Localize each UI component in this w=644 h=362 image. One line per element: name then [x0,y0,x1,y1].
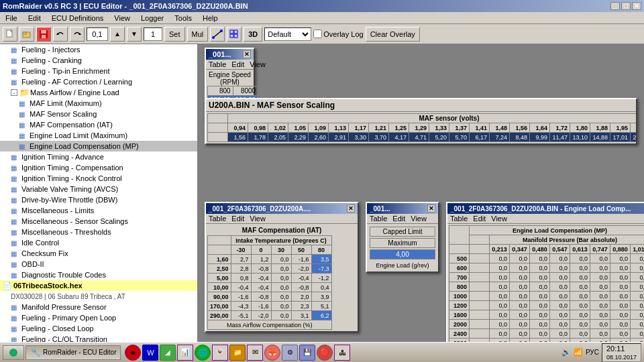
capped-title[interactable]: _001... ✕ [367,203,438,214]
display-dropdown[interactable]: Default [264,27,311,41]
menu-edit2[interactable]: Edit [231,215,244,223]
main-layout: ▦ Fueling - Injectors ▦ Fueling - Cranki… [0,44,644,351]
folder-expand-icon[interactable]: - [11,89,17,96]
network-icon[interactable]: 📶 [574,348,583,357]
sidebar-item-checksum[interactable]: ▦ Checksum Fix [0,248,197,259]
taskbar-icon-red[interactable]: ● [125,345,141,361]
undo-btn[interactable] [53,27,68,42]
engine-load-title[interactable]: _001_2F0A367306_D2ZU200A.BIN - Engine Lo… [447,203,644,214]
sidebar: ▦ Fueling - Injectors ▦ Fueling - Cranki… [0,44,198,351]
redo-btn[interactable] [70,27,85,42]
menu-table4[interactable]: Table [450,215,468,223]
sidebar-item-maf-comp-iat[interactable]: ▦ MAF Compensation (IAT) [0,119,197,130]
maximize-btn[interactable]: □ [621,2,631,10]
taskbar-icon-green2[interactable]: 🌐 [195,345,211,361]
taskbar-icon-misc2[interactable]: 💾 [299,345,315,361]
volume-icon[interactable]: 🔈 [561,348,571,357]
taskbar-icon-folder[interactable]: 📁 [229,345,246,361]
overlay-log-checkbox[interactable] [313,29,322,38]
menu-table3[interactable]: Table [370,215,387,223]
taskbar-ecuedit[interactable]: 🔧 RomRaider - ECU Editor [25,345,121,360]
maf-comp-title[interactable]: _001_2F0A367306_D2ZU200A.... ✕ [206,203,358,214]
open-btn[interactable] [19,27,34,42]
menu-view2[interactable]: View [250,215,266,223]
menu-tools[interactable]: Tools [172,13,195,23]
sidebar-item-af-correction[interactable]: ▦ Fueling - AF Correction / Learning [0,76,197,87]
close-btn[interactable]: ✕ [632,2,641,10]
maf-comp-close[interactable]: ✕ [347,204,355,213]
table-icon: ▦ [11,174,20,183]
maf-scaling-label: U200A.BIN - MAF Sensor Scaling [206,99,636,112]
maf-small-close[interactable]: ✕ [243,50,251,58]
menu-edit[interactable]: Edit [25,13,44,23]
sidebar-item-fueling-injectors[interactable]: ▦ Fueling - Injectors [0,44,197,55]
3d-btn[interactable]: 3D [244,27,262,42]
sidebar-item-ignition-comp[interactable]: ▦ Ignition Timing - Compensation [0,162,197,173]
menu-help[interactable]: Help [200,13,221,23]
arrow-down-btn[interactable]: ▼ [127,27,142,42]
sidebar-item-obd2[interactable]: ▦ OBD-II [0,259,197,269]
menu-view4[interactable]: View [491,215,507,223]
menu-ecu-definitions[interactable]: ECU Definitions [49,13,107,23]
interpolate-btn[interactable] [210,27,225,42]
menu-table[interactable]: Table [209,215,226,223]
sidebar-item-misc-thresh[interactable]: ▦ Miscellaneous - Thresholds [0,227,197,237]
menu-view[interactable]: View [250,60,266,68]
clear-overlay-btn[interactable]: Clear Overlay [366,27,420,42]
table-icon: ▦ [19,131,28,140]
taskbar-icon-ghost[interactable]: 👻 [212,345,228,361]
taskbar-icon-misc[interactable]: ⚙ [282,345,298,361]
menu-table[interactable]: Table [209,60,226,68]
taskbar-icon-chart[interactable]: 📊 [177,345,193,361]
table-icon: ▦ [19,141,28,151]
sidebar-item-ignition-advance[interactable]: ▦ Ignition Timing - Advance [0,152,197,162]
engine-load-label: Engine Load (g/rev) [370,262,435,269]
taskbar-icon-net[interactable]: 🖧 [334,345,350,361]
sidebar-item-maf-limit[interactable]: ▦ MAF Limit (Maximum) [0,98,197,109]
toolbar-input2[interactable]: 1 [144,27,162,41]
toolbar-input1[interactable]: 0,1 [87,27,108,41]
minimize-btn[interactable]: _ [610,2,620,10]
sidebar-item-fueling-cranking[interactable]: ▦ Fueling - Cranking [0,55,197,66]
sidebar-item-closed-loop[interactable]: ▦ Fueling - Closed Loop [0,323,197,334]
sidebar-item-tip-in[interactable]: ▦ Fueling - Tip-in Enrichment [0,66,197,76]
menu-view3[interactable]: View [411,215,427,223]
table-icon: ▦ [19,99,28,108]
table2d-btn[interactable] [227,27,241,42]
sidebar-item-misc-limits[interactable]: ▦ Miscellaneous - Limits [0,205,197,216]
save-btn[interactable] [36,27,51,42]
menu-file[interactable]: File [3,13,20,23]
sidebar-item-manifold[interactable]: ▦ Manifold Pressure Sensor [0,302,197,312]
new-btn[interactable] [3,27,17,42]
taskbar-icon-scan[interactable]: 🔴 [317,345,333,361]
table-icon: ▦ [11,270,20,280]
taskbar-icon-blue[interactable]: W [142,345,158,361]
sidebar-item-dbw[interactable]: ▦ Drive-by-Wire Throttle (DBW) [0,194,197,205]
sidebar-item-avcs[interactable]: ▦ Variable Valve Timing (AVCS) [0,184,197,194]
sidebar-file-tribeca[interactable]: 📄 06TribecaStock.hex [0,280,197,291]
taskbar-icon-mail[interactable]: ✉ [247,345,263,361]
mul-btn[interactable]: Mul [187,27,209,42]
menu-edit[interactable]: Edit [231,60,244,68]
sidebar-item-primary-ol[interactable]: ▦ Fueling - Primary Open Loop [0,312,197,323]
arrow-up-btn[interactable]: ▲ [110,27,125,42]
sidebar-item-knock[interactable]: ▦ Ignition Timing - Knock Control [0,173,197,184]
menu-view[interactable]: View [111,13,133,23]
sidebar-item-maf-sensor-scaling[interactable]: ▦ MAF Sensor Scaling [0,109,197,119]
sidebar-item-dtc[interactable]: ▦ Diagnostic Trouble Codes [0,269,197,280]
menu-logger[interactable]: Logger [138,13,166,23]
sidebar-item-maf-folder[interactable]: - 📁 Mass Airflow / Engine Load [0,87,197,98]
set-btn[interactable]: Set [164,27,185,42]
taskbar-icon-green[interactable]: ◢ [160,345,176,361]
sidebar-item-misc-sensors[interactable]: ▦ Miscellaneous - Sensor Scalings [0,216,197,227]
sidebar-item-engine-load-limit[interactable]: ▦ Engine Load Limit (Maximum) [0,130,197,141]
sidebar-item-engine-load-comp[interactable]: ▦ Engine Load Compensation (MP) [0,141,197,152]
maf-small-title[interactable]: _001... ✕ [206,49,254,60]
sidebar-item-idle[interactable]: ▦ Idle Control [0,237,197,248]
menu-edit4[interactable]: Edit [473,215,486,223]
start-button[interactable] [3,345,24,360]
table-icon: ▦ [11,152,20,162]
menu-edit3[interactable]: Edit [392,215,405,223]
capped-close[interactable]: ✕ [427,204,435,213]
taskbar-icon-fox[interactable]: 🦊 [264,345,280,361]
